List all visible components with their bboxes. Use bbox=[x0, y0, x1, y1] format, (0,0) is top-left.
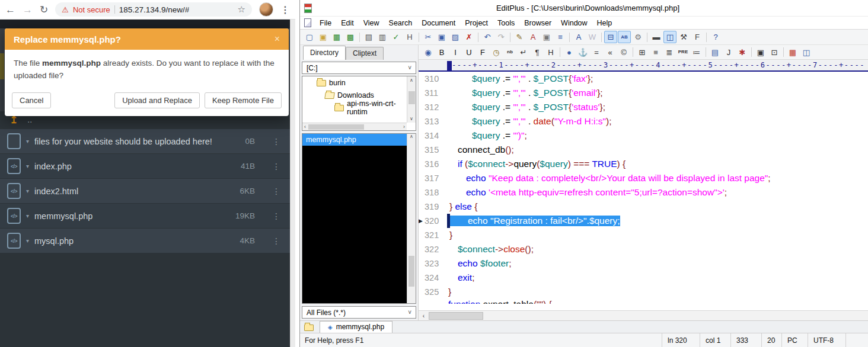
browser-scrollbar[interactable] bbox=[290, 20, 295, 347]
not-secure-label[interactable]: Not secure bbox=[73, 5, 110, 14]
scroll-thumb[interactable] bbox=[429, 312, 483, 320]
row-menu-icon[interactable]: ⋮ bbox=[272, 137, 280, 146]
menu-project[interactable]: Project bbox=[460, 18, 493, 28]
menu-browser[interactable]: Browser bbox=[519, 18, 556, 28]
tab-directory[interactable]: Directory bbox=[303, 46, 346, 60]
address-bar[interactable]: ⚠ Not secure 185.27.134.9/new/# ☆ bbox=[55, 2, 252, 17]
function-list-icon[interactable]: F bbox=[691, 31, 704, 43]
user-tools-icon[interactable]: ⚒ bbox=[677, 31, 690, 43]
code-view[interactable]: 310$query .= "','" . $_POST{'fax'};311$q… bbox=[419, 72, 868, 310]
document-window-icon[interactable] bbox=[304, 18, 311, 27]
colors-icon[interactable]: ▦ bbox=[786, 46, 799, 59]
print-preview-icon[interactable]: ▤ bbox=[362, 31, 375, 43]
word-wrap-icon[interactable]: AB bbox=[618, 31, 631, 43]
file-name[interactable]: index2.html bbox=[34, 187, 78, 196]
highlighter-icon[interactable]: ✎ bbox=[513, 31, 526, 43]
tree-item-label[interactable]: api-ms-win-crt-runtim bbox=[347, 99, 416, 116]
time-icon[interactable]: ◷ bbox=[490, 46, 503, 59]
tree-horizontal-scrollbar[interactable]: ‹ › bbox=[302, 123, 407, 130]
underline-icon[interactable]: U bbox=[462, 46, 476, 59]
sort-lines-icon[interactable]: ≡ bbox=[554, 31, 567, 43]
code-line[interactable]: 325} bbox=[419, 285, 868, 299]
title-bar[interactable]: EditPlus - [C:\Users\burin\Downloads\mem… bbox=[300, 0, 868, 16]
row-menu-icon[interactable]: ⋮ bbox=[272, 187, 280, 196]
upload-replace-button[interactable]: Upload and Replace bbox=[114, 92, 200, 108]
align-center-icon[interactable]: ≡ bbox=[649, 46, 662, 59]
delete-icon[interactable]: ✗ bbox=[462, 31, 476, 43]
italic-icon[interactable]: I bbox=[449, 46, 462, 59]
save-icon[interactable]: ▦ bbox=[330, 31, 343, 43]
scroll-left-icon[interactable]: ‹ bbox=[419, 313, 429, 319]
tab-cliptext[interactable]: Cliptext bbox=[346, 47, 384, 60]
code-line[interactable]: 318echo '<meta http-equiv=refresh conten… bbox=[419, 185, 868, 200]
code-line[interactable]: 314$query .= "')"; bbox=[419, 128, 868, 143]
code-line[interactable]: 316if ($connect->query($query) === TRUE)… bbox=[419, 157, 868, 171]
paragraph-icon[interactable]: ¶ bbox=[531, 46, 544, 59]
split-window-icon[interactable]: ◫ bbox=[800, 46, 813, 59]
anchor-icon[interactable]: ⚓ bbox=[576, 46, 589, 59]
code-line[interactable]: 315connect_db(); bbox=[419, 143, 868, 157]
keep-remote-file-button[interactable]: Keep Remote File bbox=[205, 92, 282, 108]
menu-window[interactable]: Window bbox=[556, 18, 592, 28]
html-doc-icon[interactable]: H bbox=[403, 31, 416, 43]
paste-icon[interactable]: ▨ bbox=[449, 31, 462, 43]
file-list-scrollbar[interactable]: ∧ bbox=[407, 134, 416, 303]
chevron-down-icon[interactable]: ▾ bbox=[26, 163, 29, 169]
profile-avatar[interactable] bbox=[259, 2, 273, 17]
table-icon[interactable]: ⊞ bbox=[636, 46, 649, 59]
code-line[interactable]: 317echo "Keep data : completely<br/>Your… bbox=[419, 171, 868, 185]
scroll-thumb[interactable] bbox=[308, 124, 364, 130]
font-tag-icon[interactable]: F bbox=[476, 46, 489, 59]
bold-icon[interactable]: B bbox=[435, 46, 448, 59]
scroll-up-icon[interactable]: ∧ bbox=[410, 134, 413, 139]
pre-tag-icon[interactable]: PRE bbox=[676, 46, 690, 59]
code-line[interactable]: 324exit; bbox=[419, 271, 868, 285]
save-all-icon[interactable]: ▩ bbox=[344, 31, 357, 43]
font-color-icon[interactable]: A bbox=[526, 31, 540, 43]
redo-icon[interactable]: ↷ bbox=[494, 31, 508, 43]
chevron-down-icon[interactable]: ▾ bbox=[26, 138, 29, 144]
code-line[interactable]: 311$query .= "','" . $_POST{'email'}; bbox=[419, 86, 868, 100]
code-line[interactable]: 321} bbox=[419, 228, 868, 242]
file-row[interactable]: ▾files for your website should be upload… bbox=[0, 129, 290, 153]
line-break-icon[interactable]: ↵ bbox=[517, 46, 530, 59]
word-count-icon[interactable]: W bbox=[586, 31, 599, 43]
preferences-icon[interactable]: ⚙ bbox=[631, 31, 644, 43]
code-line[interactable]: 313$query .= "','" . date("Y-m-d H:i:s")… bbox=[419, 114, 868, 128]
tree-item-label[interactable]: Downloads bbox=[337, 91, 374, 99]
scroll-thumb[interactable] bbox=[409, 256, 414, 287]
copy-icon[interactable]: ▣ bbox=[435, 31, 448, 43]
row-menu-icon[interactable]: ⋮ bbox=[272, 162, 280, 171]
back-icon[interactable]: ← bbox=[5, 5, 15, 15]
close-icon[interactable]: × bbox=[275, 34, 280, 44]
paste-tag-icon[interactable]: ⊡ bbox=[768, 46, 781, 59]
script-tag-icon[interactable]: ▤ bbox=[709, 46, 722, 59]
folder-icon[interactable] bbox=[304, 324, 314, 331]
menu-help[interactable]: Help bbox=[592, 18, 617, 28]
code-line[interactable]: 310$query .= "','" . $_POST{'fax'}; bbox=[419, 72, 868, 86]
row-menu-icon[interactable]: ⋮ bbox=[272, 236, 280, 246]
line-numbers-icon[interactable]: ⊟ bbox=[604, 31, 617, 43]
java-icon[interactable]: J bbox=[722, 46, 735, 59]
file-list-panel[interactable]: memmysql.php ∧ bbox=[302, 133, 416, 304]
hr-icon[interactable]: = bbox=[590, 46, 603, 59]
scroll-down-icon[interactable]: ∨ bbox=[410, 116, 413, 123]
open-file-icon[interactable]: ▣ bbox=[317, 31, 330, 43]
file-row[interactable]: </>▾memmysql.php19KB⋮ bbox=[0, 204, 290, 228]
tree-vertical-scrollbar[interactable]: ∧ ∨ bbox=[407, 76, 416, 123]
output-window-icon[interactable]: ▬ bbox=[650, 31, 663, 43]
file-filter-select[interactable]: All Files (*.*) ˅ bbox=[302, 306, 416, 319]
forward-icon[interactable]: → bbox=[23, 5, 33, 15]
tree-item[interactable]: api-ms-win-crt-runtim bbox=[302, 101, 416, 114]
at-icon[interactable]: © bbox=[617, 46, 630, 59]
reload-icon[interactable]: ↻ bbox=[40, 5, 48, 15]
code-line-selected[interactable]: 320▶echo "Registration : fail<br/>".$que… bbox=[419, 214, 868, 228]
menu-tools[interactable]: Tools bbox=[493, 18, 519, 28]
align-right-icon[interactable]: ≣ bbox=[663, 46, 676, 59]
code-line[interactable]: 323echo $footer; bbox=[419, 256, 868, 271]
tree-item[interactable]: burin bbox=[302, 76, 416, 89]
file-name[interactable]: index.php bbox=[34, 162, 72, 171]
menu-view[interactable]: View bbox=[359, 18, 384, 28]
undo-icon[interactable]: ↶ bbox=[481, 31, 494, 43]
code-line[interactable]: 312$query .= "','" . $_POST{'status'}; bbox=[419, 100, 868, 114]
